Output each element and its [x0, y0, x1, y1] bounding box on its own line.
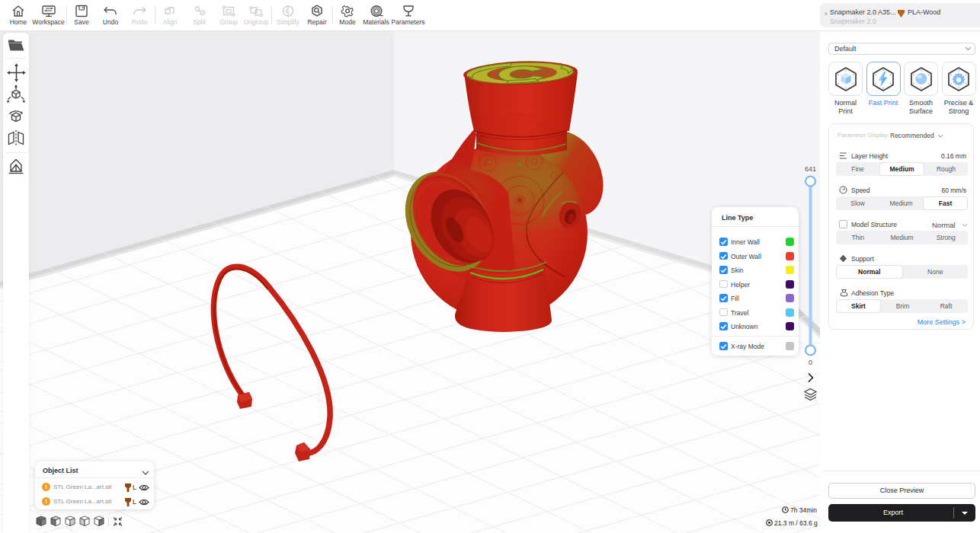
svg-text:0: 0 — [809, 359, 812, 366]
svg-text:641: 641 — [805, 165, 816, 173]
